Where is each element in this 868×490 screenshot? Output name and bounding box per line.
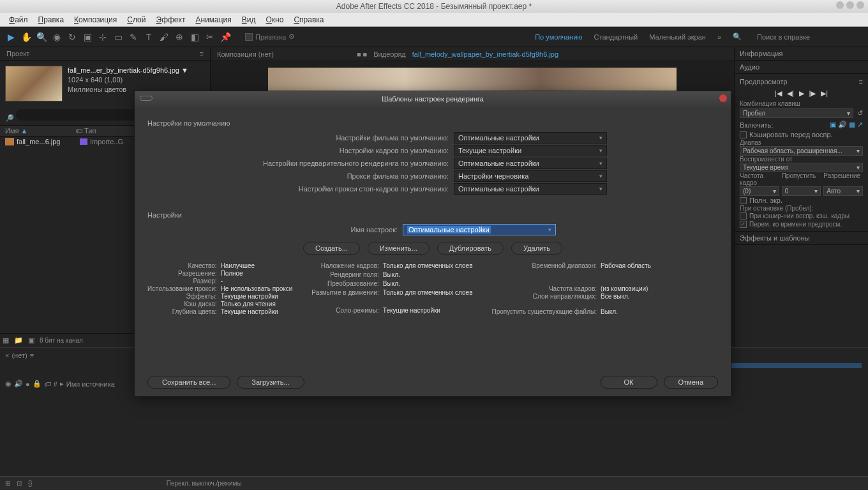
play-icon[interactable]: ▶ [799,89,804,98]
reset-icon[interactable]: ↺ [857,109,863,117]
next-frame-icon[interactable]: |▶ [809,89,816,98]
comp-icon[interactable]: ▣ [28,336,34,345]
project-search-input[interactable] [16,109,144,121]
search-icon: 🔎 [5,114,14,122]
settings-name-select[interactable]: Оптимальные настройки▾ [403,224,556,235]
puppet-tool-icon[interactable]: 📌 [218,30,232,44]
anchor-tool-icon[interactable]: ⊹ [96,30,110,44]
load-button[interactable]: Загрузить... [237,376,304,389]
orbit-tool-icon[interactable]: ◉ [50,30,64,44]
oncache-checkbox[interactable] [740,212,747,219]
selection-tool-icon[interactable]: ▶ [4,30,18,44]
status-icon[interactable]: ⊡ [17,480,22,487]
info-column-2: Наложение кадров:Только для отмеченных с… [311,262,472,315]
edit-button[interactable]: Изменить... [368,242,430,255]
save-all-button[interactable]: Сохранить все... [147,376,230,389]
workspace-more-icon[interactable]: » [717,33,721,41]
dialog-close-icon[interactable] [719,94,727,102]
playfrom-select[interactable]: Текущее время▾ [740,163,863,172]
workspace-standard[interactable]: Стандартный [594,33,638,41]
cache-checkbox[interactable] [740,131,747,138]
include-icons[interactable]: ▣ 🔊 ▦ ↗ [830,121,863,129]
maximize-button[interactable] [846,1,854,9]
footage-tab-label: Видеоряд [373,50,406,58]
shortcut-select[interactable]: Пробел▾ [740,108,853,118]
ok-button[interactable]: ОК [601,376,657,389]
menu-file[interactable]: Файл [4,14,33,26]
panel-menu-icon[interactable]: ≡ [200,50,204,57]
interpret-icon[interactable]: ▦ [3,336,9,345]
hand-tool-icon[interactable]: ✋ [19,30,33,44]
zoom-tool-icon[interactable]: 🔍 [34,30,49,44]
snap-toggle[interactable]: Привязка ⚙ [245,33,295,41]
workspace-default[interactable]: По умолчанию [535,33,582,41]
brush-tool-icon[interactable]: 🖌 [157,30,171,44]
last-frame-icon[interactable]: ▶| [821,89,828,98]
eraser-tool-icon[interactable]: ◧ [188,30,202,44]
audio-panel-tab[interactable]: Аудио [740,63,760,71]
snap-options-icon[interactable]: ⚙ [288,33,295,41]
menu-effect[interactable]: Эффект [151,14,191,26]
dropdown-icon[interactable]: ▼ [181,66,188,74]
cancel-button[interactable]: Отмена [664,376,718,389]
preview-panel-tab[interactable]: Предпросмотр [740,78,788,85]
panel-menu-icon[interactable]: ≡ [859,78,863,85]
close-tab-icon[interactable]: × [5,352,9,359]
lock-icon[interactable]: 🔒 [33,380,41,388]
timeline-tab[interactable]: (нет) [11,352,27,359]
info-column-1: Качество:Наилучшее Разрешение:Полное Раз… [147,262,292,315]
menu-animation[interactable]: Анимация [190,14,236,26]
rotate-tool-icon[interactable]: ↻ [65,30,79,44]
window-titlebar: Adobe After Effects CC 2018 - Безымянный… [0,0,868,13]
camera-tool-icon[interactable]: ▣ [80,30,94,44]
solo-icon[interactable]: ● [26,380,30,388]
effects-panel-tab[interactable]: Эффекты и шаблоны [740,234,810,242]
help-search-input[interactable]: Поиск в справке [753,32,855,42]
eye-icon[interactable]: ◉ [5,380,11,388]
res-select[interactable]: Авто▾ [823,186,863,196]
project-tab[interactable]: Проект [6,50,29,57]
status-icon[interactable]: {} [28,480,33,487]
bpc-button[interactable]: 8 бит на канал [40,337,83,344]
first-frame-icon[interactable]: |◀ [775,89,782,98]
footage-tab[interactable]: fall_melody_wallpaper_by_inertiak-d5fg9h… [412,50,558,58]
stamp-tool-icon[interactable]: ⊕ [172,30,186,44]
duplicate-button[interactable]: Дублировать [437,242,504,255]
prerender-default-select[interactable]: Оптимальные настройки▾ [454,158,607,169]
info-panel-tab[interactable]: Информация [740,50,782,57]
menu-view[interactable]: Вид [237,14,261,26]
frame-default-select[interactable]: Текущие настройки▾ [454,145,607,156]
prev-frame-icon[interactable]: ◀| [787,89,794,98]
workspace-small[interactable]: Маленький экран [649,33,706,41]
menu-window[interactable]: Окно [261,14,289,26]
menu-help[interactable]: Справка [288,14,329,26]
fps-select[interactable]: (0)▾ [740,186,779,196]
close-button[interactable] [857,1,864,9]
dialog-drag-icon[interactable] [140,96,153,101]
movie-default-select[interactable]: Оптимальные настройки▾ [454,132,607,144]
fullscreen-checkbox[interactable] [740,197,747,204]
moveto-checkbox[interactable]: ✓ [740,221,747,228]
create-button[interactable]: Создать... [303,242,360,255]
pen-tool-icon[interactable]: ✎ [126,30,140,44]
shape-tool-icon[interactable]: ▭ [111,30,125,44]
folder-icon[interactable]: 📁 [14,336,23,345]
status-text: Перекл. выключ./режимы [167,480,242,487]
roto-tool-icon[interactable]: ✂ [203,30,217,44]
minimize-button[interactable] [836,1,844,9]
panel-menu-icon[interactable]: ≡ [30,352,34,359]
range-select[interactable]: Рабочая область, расширенная...▾ [740,146,863,156]
menu-edit[interactable]: Правка [33,14,70,26]
proxy-movie-default-select[interactable]: Настройки черновика▾ [454,170,607,182]
proxy-still-default-select[interactable]: Оптимальные настройки▾ [454,183,607,195]
delete-button[interactable]: Удалить [511,242,562,255]
audio-icon[interactable]: 🔊 [14,380,23,388]
status-icon[interactable]: ⊞ [5,480,10,487]
text-tool-icon[interactable]: T [142,30,156,44]
window-controls [836,1,864,9]
skip-select[interactable]: 0▾ [782,186,821,196]
comp-tab[interactable]: Композиция (нет) [217,50,274,58]
menu-layer[interactable]: Слой [122,14,151,26]
label-icon[interactable]: 🏷 [44,380,51,388]
menu-composition[interactable]: Композиция [69,14,122,26]
